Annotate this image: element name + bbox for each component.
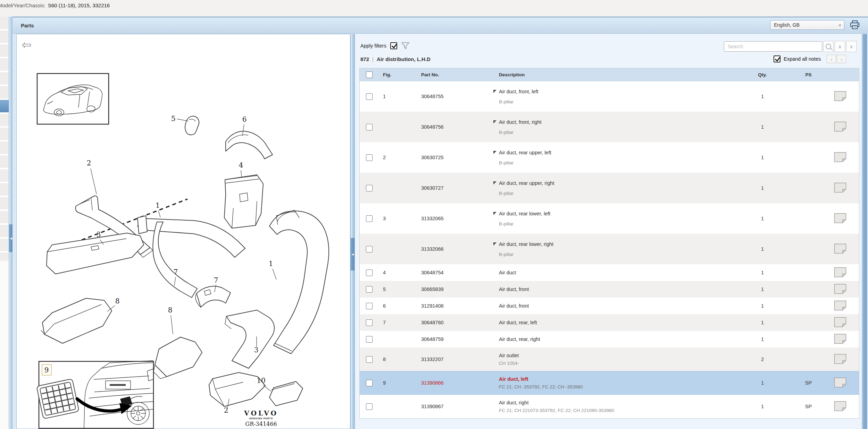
figure-number[interactable]: 5 [171, 114, 176, 123]
apply-filters-checkbox[interactable] [390, 42, 397, 49]
table-row[interactable]: 831332207Air outletCH 1054-2 [360, 348, 859, 371]
figure-number[interactable]: 7 [174, 268, 178, 276]
print-button[interactable] [849, 19, 860, 31]
sidebar-tile[interactable] [0, 169, 9, 182]
part-number[interactable]: 31390867 [417, 404, 495, 409]
part-number[interactable]: 30648756 [417, 124, 495, 130]
row-checkbox[interactable] [366, 303, 373, 309]
row-checkbox[interactable] [366, 154, 373, 161]
table-row[interactable]: 631291408Air duct, front1 [360, 298, 859, 314]
panel-splitter[interactable]: ◀ [350, 34, 355, 429]
language-select[interactable]: English, GB ∨ [770, 20, 844, 30]
table-row[interactable]: 30648759Air duct, rear, right1 [360, 331, 859, 348]
part-number[interactable]: 30648754 [417, 270, 495, 275]
prev-page-button[interactable]: ‹ [827, 55, 836, 63]
table-row[interactable]: 331332065Air duct, rear lower, leftB-pil… [360, 203, 859, 234]
part-number[interactable]: 30648760 [417, 320, 495, 325]
note-icon[interactable] [834, 317, 846, 328]
row-checkbox[interactable] [366, 93, 373, 100]
car-thumbnail[interactable] [37, 74, 109, 124]
part-number[interactable]: 31332065 [417, 216, 495, 221]
figure-number[interactable]: 8 [115, 297, 120, 305]
part-number[interactable]: 31332207 [417, 357, 495, 362]
sidebar-tile[interactable] [0, 114, 9, 126]
part-number[interactable]: 30665839 [417, 286, 495, 292]
note-icon[interactable] [834, 300, 846, 312]
scrollbar-thumb[interactable] [862, 34, 867, 429]
select-all-checkbox[interactable] [366, 71, 373, 78]
sidebar-tile[interactable] [0, 141, 9, 154]
sidebar-tile[interactable] [0, 225, 9, 237]
note-icon[interactable] [834, 267, 846, 278]
next-page-button[interactable]: › [837, 55, 846, 63]
note-icon[interactable] [834, 354, 846, 365]
search-prev-button[interactable]: ∧ [835, 41, 845, 52]
figure-number[interactable]: 3 [254, 346, 259, 354]
sidebar-tile-selected[interactable] [0, 100, 9, 112]
search-button[interactable] [823, 41, 834, 52]
table-row[interactable]: 31390867Air duct, rightFC 21; CH 221073-… [360, 395, 859, 418]
sidebar-tile[interactable] [0, 197, 9, 209]
part-number[interactable]: 30630725 [417, 155, 495, 160]
table-row[interactable]: 530665839Air duct, front1 [360, 281, 859, 298]
sidebar-tile[interactable] [0, 72, 9, 85]
row-checkbox[interactable] [366, 215, 373, 222]
figure-number[interactable]: 2 [224, 406, 228, 414]
row-checkbox[interactable] [366, 319, 373, 326]
collapse-panel-icon[interactable]: ◀ [351, 253, 353, 256]
panel-splitter-handle[interactable]: ◀ [351, 238, 354, 271]
part-number[interactable]: 30630727 [417, 185, 495, 191]
figure-number[interactable]: 3 [97, 230, 101, 239]
note-icon[interactable] [834, 334, 846, 345]
expand-notes-checkbox[interactable] [774, 55, 781, 62]
sidebar-tile[interactable] [0, 211, 9, 223]
table-row[interactable]: 730648760Air duct, rear, left1 [360, 314, 859, 331]
sidebar-tile[interactable] [0, 44, 9, 57]
part-number[interactable]: 30648759 [417, 336, 495, 342]
filter-funnel-icon[interactable] [401, 42, 410, 50]
table-row[interactable]: 31332066Air duct, rear lower, rightB-pil… [360, 234, 859, 264]
note-icon[interactable] [834, 121, 846, 133]
row-checkbox[interactable] [366, 185, 373, 191]
figure-number[interactable]: 4 [239, 161, 243, 169]
note-icon[interactable] [834, 182, 846, 194]
part-number[interactable]: 30648755 [417, 94, 495, 99]
table-row[interactable]: 30648756Air duct, front, rightB-pillar1 [360, 112, 859, 142]
row-checkbox[interactable] [366, 124, 373, 130]
sidebar-tile[interactable] [0, 86, 9, 98]
left-thumbnail-strip[interactable] [0, 17, 9, 261]
search-input[interactable] [724, 41, 822, 52]
sidebar-tile[interactable] [0, 155, 9, 168]
note-icon[interactable] [834, 401, 846, 412]
part-number[interactable]: 31332066 [417, 246, 495, 252]
search-next-button[interactable]: ∨ [846, 41, 857, 52]
figure-number[interactable]: 7 [214, 276, 218, 284]
sidebar-tile[interactable] [0, 252, 9, 261]
note-icon[interactable] [834, 243, 846, 255]
row-checkbox[interactable] [366, 380, 373, 386]
figure-number[interactable]: 10 [257, 376, 265, 385]
collapse-left-icon[interactable]: ◀ [10, 237, 12, 240]
row-checkbox[interactable] [366, 286, 373, 293]
sidebar-tile[interactable] [0, 239, 9, 251]
row-checkbox[interactable] [366, 356, 373, 363]
figure-number[interactable]: 6 [242, 115, 247, 123]
table-row-selected[interactable]: 931390866Air duct, leftFC 21; CH -353792… [360, 371, 859, 395]
sidebar-tile[interactable] [0, 17, 9, 29]
row-checkbox[interactable] [366, 403, 373, 410]
sidebar-tile[interactable] [0, 58, 9, 71]
sidebar-tile[interactable] [0, 31, 9, 43]
row-checkbox[interactable] [366, 336, 373, 343]
sidebar-tile[interactable] [0, 183, 9, 196]
note-icon[interactable] [834, 213, 846, 224]
note-icon[interactable] [834, 377, 846, 389]
table-row[interactable]: 130648755Air duct, front, leftB-pillar1 [360, 81, 859, 112]
table-row[interactable]: 230630725Air duct, rear upper, leftB-pil… [360, 142, 859, 173]
row-checkbox[interactable] [366, 269, 373, 276]
note-icon[interactable] [834, 91, 846, 102]
part-number[interactable]: 31291408 [417, 303, 495, 309]
figure-number[interactable]: 1 [156, 201, 160, 209]
sidebar-tile[interactable] [0, 128, 9, 140]
table-row[interactable]: 430648754Air duct1 [360, 264, 859, 281]
figure-number[interactable]: 1 [269, 259, 273, 268]
